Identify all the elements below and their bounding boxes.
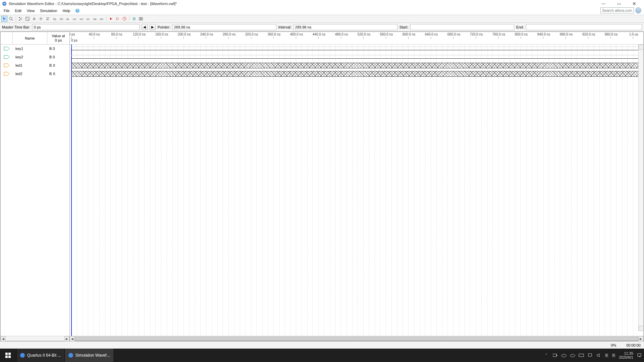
- tool-xo[interactable]: XO: [78, 16, 84, 22]
- search-go-button[interactable]: [635, 7, 641, 13]
- close-button[interactable]: ✕: [627, 0, 642, 7]
- ruler-tick: [161, 37, 161, 39]
- tool-a[interactable]: A: [31, 16, 37, 22]
- xz-icon: XZ: [86, 16, 90, 21]
- interval-input[interactable]: [293, 24, 397, 30]
- ruler-tick: [498, 37, 498, 39]
- tool-random[interactable]: [24, 16, 31, 22]
- taskbar-item-quartus[interactable]: Quartus II 64-Bit ...: [16, 349, 64, 362]
- tool-grid[interactable]: [131, 16, 137, 22]
- xc-icon: XC: [72, 16, 77, 21]
- grid-line: [476, 45, 476, 336]
- ruler-tick: [543, 37, 543, 39]
- menu-simulation[interactable]: Simulation: [38, 8, 59, 13]
- taskbar-item-waveform[interactable]: Simulation Wavef...: [64, 349, 113, 362]
- pointer-input[interactable]: [172, 24, 276, 30]
- grid-line: [532, 45, 532, 336]
- tool-xr[interactable]: XR: [98, 16, 104, 22]
- tool-pointer[interactable]: [1, 16, 7, 22]
- signals-header-name[interactable]: Name: [13, 32, 47, 44]
- tool-options[interactable]: [138, 16, 144, 22]
- tray-onedrive-icon[interactable]: [561, 353, 567, 358]
- signals-hscroll[interactable]: ◀ ▶: [1, 336, 69, 341]
- grid-line: [251, 45, 251, 336]
- scroll-left-icon[interactable]: ◀: [70, 336, 75, 341]
- ruler-label: 520.0 ns: [357, 33, 371, 36]
- start-button[interactable]: [0, 349, 16, 362]
- scroll-left-icon[interactable]: ◀: [1, 336, 6, 341]
- menu-file[interactable]: File: [1, 8, 12, 13]
- count-icon: [65, 16, 70, 21]
- tray-notifications-icon[interactable]: [637, 353, 642, 358]
- tool-cut[interactable]: [18, 16, 24, 22]
- waveform-body[interactable]: [70, 45, 643, 336]
- maximize-button[interactable]: ▭: [611, 0, 627, 7]
- ruler-tick: [633, 37, 633, 39]
- signal-row[interactable]: key2B 0: [1, 53, 69, 61]
- signals-rows[interactable]: key1B 0key2B 0led1B Xled2B X: [1, 45, 69, 336]
- grid-line: [627, 45, 628, 336]
- help-icon[interactable]: ?: [75, 8, 80, 13]
- master-time-input[interactable]: [32, 24, 140, 30]
- waveform-row[interactable]: [70, 53, 643, 61]
- waveform-vscroll[interactable]: [638, 45, 643, 331]
- prev-edge-button[interactable]: ◀: [142, 24, 148, 30]
- time-cursor[interactable]: [71, 45, 72, 336]
- tool-invert[interactable]: [38, 16, 44, 22]
- scroll-up-icon[interactable]: [639, 45, 643, 50]
- signal-row[interactable]: led1B X: [1, 61, 69, 70]
- tool-zoom[interactable]: [8, 16, 14, 22]
- waveform-hscroll[interactable]: ◀ ▶: [70, 336, 643, 341]
- menu-help[interactable]: Help: [60, 8, 73, 13]
- tool-xc[interactable]: XC: [71, 16, 77, 22]
- tray-up-icon[interactable]: ˄: [544, 353, 549, 358]
- grid-line: [346, 45, 347, 336]
- signal-row[interactable]: led2B X: [1, 70, 69, 78]
- tool-clock[interactable]: [45, 16, 51, 22]
- tray-cloud-icon[interactable]: [570, 353, 575, 358]
- next-edge-button[interactable]: ▶: [150, 24, 156, 30]
- signal-row[interactable]: key1B 0: [1, 45, 69, 53]
- waveform-row[interactable]: [70, 61, 643, 70]
- ruler-label: 440.0 ns: [312, 33, 326, 36]
- tool-xb[interactable]: XB: [92, 16, 98, 22]
- menu-edit[interactable]: Edit: [13, 8, 24, 13]
- ruler-label: 280.0 ns: [222, 33, 236, 36]
- menu-view[interactable]: View: [24, 8, 37, 13]
- tray-battery-icon[interactable]: [552, 353, 558, 358]
- grid-line: [245, 45, 246, 336]
- scroll-right-icon[interactable]: ▶: [638, 336, 643, 341]
- tray-network-icon[interactable]: [587, 353, 593, 358]
- grid-line: [560, 45, 560, 336]
- tray-ime2[interactable]: 英: [612, 353, 615, 358]
- ruler-tick: [318, 37, 319, 39]
- tool-xz[interactable]: XZ: [85, 16, 91, 22]
- tray-ime1[interactable]: 英: [605, 353, 608, 358]
- tray-speaker-icon[interactable]: [596, 353, 601, 358]
- tool-xh[interactable]: XH: [58, 16, 64, 22]
- start-input[interactable]: [410, 24, 514, 30]
- tool-xl[interactable]: XL: [51, 16, 57, 22]
- end-input[interactable]: [526, 24, 642, 30]
- start-label: Start:: [399, 25, 408, 29]
- ruler-label: 680.0 ns: [447, 33, 461, 36]
- tray-clock[interactable]: 11:35 2020/6/1: [619, 351, 633, 359]
- waveform-row[interactable]: [70, 45, 643, 53]
- tool-run-timing[interactable]: [121, 16, 127, 22]
- scroll-right-icon[interactable]: ▶: [64, 336, 69, 341]
- tray-keyboard-icon[interactable]: [579, 353, 584, 358]
- search-input[interactable]: [600, 7, 634, 13]
- grid-line: [88, 45, 88, 336]
- grid-line: [307, 45, 308, 336]
- tool-count[interactable]: [65, 16, 71, 22]
- scrollbar-thumb[interactable]: [75, 337, 638, 341]
- scroll-down-icon[interactable]: [639, 326, 643, 331]
- minimize-button[interactable]: —: [596, 0, 611, 7]
- signals-header-value[interactable]: Value at 0 ps: [47, 32, 69, 44]
- wave-signal-low: [71, 50, 642, 50]
- tool-run-functional[interactable]: [108, 16, 114, 22]
- tool-run-gate[interactable]: [115, 16, 121, 22]
- waveform-row[interactable]: [70, 70, 643, 78]
- waveform-panel: 0 ps40.0 ns80.0 ns120.0 ns160.0 ns200.0 …: [70, 32, 643, 341]
- time-ruler[interactable]: 0 ps40.0 ns80.0 ns120.0 ns160.0 ns200.0 …: [70, 32, 643, 45]
